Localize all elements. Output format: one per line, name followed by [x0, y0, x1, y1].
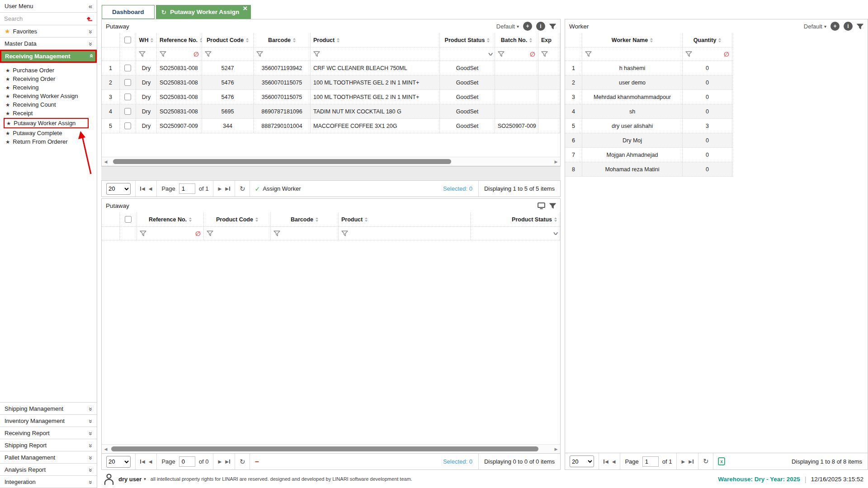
filter-icon[interactable] [207, 230, 213, 236]
sidebar-header[interactable]: User Menu « [0, 0, 97, 13]
table-row[interactable]: 3 Dry SO250831-008 5476 3560070115075 10… [102, 90, 560, 104]
column-header-wh[interactable]: WH [136, 33, 157, 47]
column-header-product-code[interactable]: Product Code [204, 212, 271, 226]
column-header-barcode[interactable]: Barcode [271, 212, 339, 226]
reload-icon[interactable]: ↻ [703, 457, 709, 465]
filter-icon[interactable] [313, 51, 320, 57]
table-row[interactable]: 6 Dry Moj 0 [565, 133, 733, 148]
page-number-input[interactable] [179, 183, 195, 194]
refresh-tab-icon[interactable]: ↻ [161, 9, 167, 16]
table-row[interactable]: 5 dry user alishahi 3 [565, 119, 733, 133]
page-size-select[interactable]: 20 [570, 455, 594, 467]
filter-icon[interactable] [341, 230, 348, 236]
column-header-exp[interactable]: Exp [538, 33, 560, 47]
sidebar-item-inventory-management[interactable]: Inventory Management» [0, 415, 97, 427]
column-header-barcode[interactable]: Barcode [254, 33, 311, 47]
chevron-down-icon[interactable]: > [551, 232, 560, 235]
preset-dropdown[interactable]: Default▾ [804, 23, 826, 30]
page-size-select[interactable]: 20 [106, 456, 131, 468]
collapse-sidebar-icon[interactable]: « [89, 2, 92, 10]
sidebar-item-favorites[interactable]: ★ Favorites » [0, 25, 97, 38]
clear-filter-icon[interactable]: ∅ [195, 230, 201, 237]
add-button[interactable]: + [830, 22, 840, 31]
table-row[interactable]: 4 sh 0 [565, 104, 733, 119]
column-header-product-code[interactable]: Product Code [202, 33, 254, 47]
column-header-reference-no[interactable]: Reference No. [157, 33, 202, 47]
page-number-input[interactable] [642, 456, 659, 467]
table-row[interactable]: 2 Dry SO250831-008 5476 3560070115075 10… [102, 75, 560, 90]
table-row[interactable]: 1 Dry SO250831-008 5247 3560071193942 CR… [102, 61, 560, 75]
table-row[interactable]: 4 Dry SO250831-008 5695 8690787181096 TA… [102, 104, 560, 119]
filter-icon[interactable] [139, 51, 146, 57]
column-header-worker-name[interactable]: Worker Name [582, 33, 683, 47]
table-row[interactable]: 2 user demo 0 [565, 75, 733, 90]
sort-icon[interactable] [255, 217, 258, 222]
table-row[interactable]: 7 Mojgan Ahmadnejad 0 [565, 148, 733, 162]
sidebar-item-shipping-report[interactable]: Shipping Report» [0, 439, 97, 451]
filter-toolbar-icon[interactable] [857, 23, 863, 29]
first-page-button[interactable]: ◀ [140, 186, 145, 191]
sidebar-item-receiving-report[interactable]: Receiving Report» [0, 427, 97, 439]
tab-dashboard[interactable]: Dashboard [102, 5, 155, 19]
sort-icon[interactable] [293, 38, 296, 42]
page-size-select[interactable]: 20 [106, 183, 131, 195]
close-tab-icon[interactable]: × [243, 5, 247, 12]
sidebar-item-receiving-count[interactable]: ★Receiving Count [4, 100, 95, 109]
remove-icon[interactable]: − [255, 458, 259, 466]
scroll-right-icon[interactable]: ▶ [553, 447, 559, 451]
column-header-batch-no[interactable]: Batch No. [495, 33, 538, 47]
reload-icon[interactable]: ↻ [240, 458, 245, 466]
info-button[interactable]: i [536, 22, 545, 31]
column-header-product[interactable]: Product [311, 33, 440, 47]
scroll-left-icon[interactable]: ◀ [103, 447, 108, 451]
next-page-button[interactable]: ▶ [681, 459, 685, 464]
info-button[interactable]: i [844, 22, 853, 31]
filter-icon[interactable] [140, 230, 146, 236]
user-menu-dropdown[interactable]: dry user▾ [118, 476, 146, 483]
search-input[interactable] [4, 15, 84, 22]
sidebar-item-putaway-complete[interactable]: ★Putaway Complete [4, 129, 95, 137]
clear-filter-icon[interactable]: ∅ [530, 51, 535, 58]
sort-icon[interactable] [151, 38, 153, 42]
column-header-product-status[interactable]: Product Status [471, 212, 560, 226]
row-checkbox[interactable] [124, 94, 131, 100]
table-row[interactable]: 1 h hashemi 0 [565, 61, 733, 75]
sort-icon[interactable] [365, 217, 368, 222]
reload-icon[interactable]: ↻ [240, 185, 245, 193]
filter-icon[interactable] [685, 51, 692, 57]
select-all-checkbox[interactable] [124, 37, 131, 43]
filter-icon[interactable] [585, 51, 592, 57]
row-checkbox[interactable] [124, 122, 131, 129]
clear-filter-icon[interactable]: ∅ [724, 51, 729, 58]
sidebar-item-analysis-report[interactable]: Analysis Report» [0, 464, 97, 476]
last-page-button[interactable]: ▶ [225, 186, 230, 191]
prev-page-button[interactable]: ◀ [149, 459, 152, 464]
row-checkbox[interactable] [124, 79, 131, 86]
filter-icon[interactable] [205, 51, 212, 57]
prev-page-button[interactable]: ◀ [149, 186, 152, 191]
sort-icon[interactable] [337, 38, 340, 42]
sidebar-item-purchase-order[interactable]: ★Purchase Order [4, 66, 95, 75]
add-button[interactable]: + [523, 22, 532, 31]
sidebar-item-integeration[interactable]: Integeration» [0, 476, 97, 488]
filter-icon[interactable] [541, 51, 548, 57]
sidebar-item-receipt[interactable]: ★Receipt [4, 109, 95, 117]
column-header-product-status[interactable]: Product Status [440, 33, 495, 47]
last-page-button[interactable]: ▶ [225, 459, 230, 464]
prev-page-button[interactable]: ◀ [612, 459, 616, 464]
assign-worker-button[interactable]: ✓Assign Worker [255, 185, 301, 192]
column-header-reference-no[interactable]: Reference No. [137, 212, 204, 226]
column-header-quantity[interactable]: Quantity [683, 33, 732, 47]
filter-icon[interactable] [256, 51, 263, 57]
sort-icon[interactable] [246, 38, 249, 42]
filter-icon[interactable] [160, 51, 166, 57]
column-header-product[interactable]: Product [339, 212, 471, 226]
sidebar-item-receiving-order[interactable]: ★Receiving Order [4, 75, 95, 83]
scrollbar-thumb[interactable] [113, 159, 451, 164]
scroll-left-icon[interactable]: ◀ [103, 160, 108, 164]
sort-icon[interactable] [718, 38, 721, 42]
sort-icon[interactable] [189, 217, 192, 222]
scroll-right-icon[interactable]: ▶ [553, 160, 559, 164]
sidebar-item-master-data[interactable]: Master Data » [0, 38, 97, 50]
first-page-button[interactable]: ◀ [604, 459, 609, 464]
